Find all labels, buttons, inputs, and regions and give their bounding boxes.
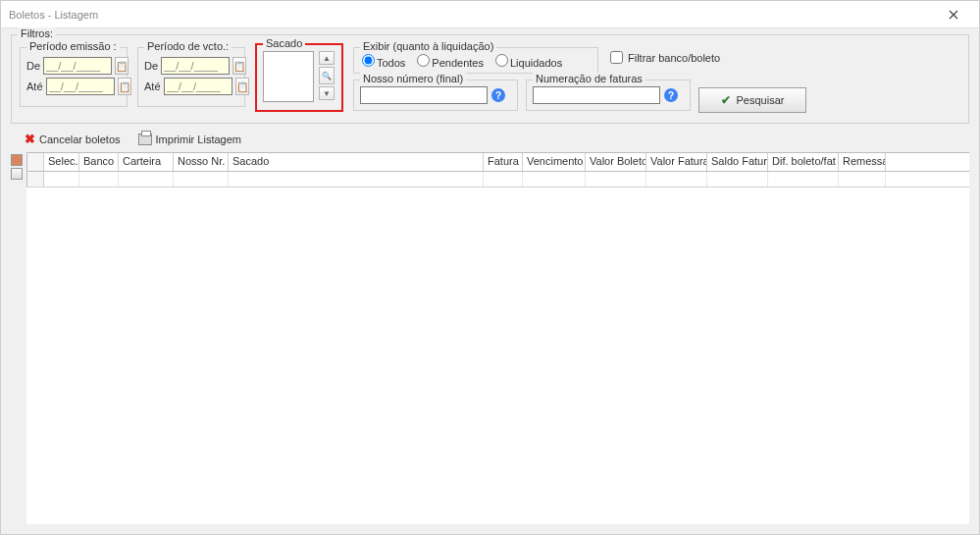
numeracao-faturas-legend: Numeração de faturas: [533, 73, 645, 84]
help-icon[interactable]: ?: [491, 88, 505, 102]
column-header[interactable]: Valor Boleto: [586, 153, 646, 171]
vcto-ate-input[interactable]: [164, 78, 232, 95]
table-cell: [484, 172, 523, 187]
ate-label: Até: [144, 80, 161, 92]
numeracao-faturas-group: Numeração de faturas ?: [526, 80, 691, 111]
emissao-ate-input[interactable]: [46, 78, 115, 95]
data-grid[interactable]: Selec.BancoCarteiraNosso Nr.SacadoFatura…: [26, 152, 969, 524]
vcto-de-picker[interactable]: 📋: [232, 57, 246, 75]
grid-area: Selec.BancoCarteiraNosso Nr.SacadoFatura…: [11, 152, 969, 524]
table-cell: [707, 172, 768, 187]
exibir-group: Exibir (quanto à liquidação) Todos Pende…: [353, 47, 598, 74]
close-icon: [949, 10, 958, 20]
table-cell: [174, 172, 229, 187]
radio-liquidados[interactable]: Liquidados: [495, 54, 562, 69]
de-label: De: [26, 60, 40, 72]
calendar-icon: 📋: [236, 81, 248, 92]
titlebar: Boletos - Listagem: [1, 1, 979, 28]
ate-label: Até: [26, 80, 43, 92]
window: Boletos - Listagem Sair [ESC] Filtros: P…: [0, 0, 980, 535]
nosso-numero-group: Nosso número (final) ?: [353, 80, 518, 111]
sacado-scroll-down[interactable]: ▼: [319, 86, 335, 100]
de-label: De: [144, 60, 158, 72]
vcto-ate-picker[interactable]: 📋: [235, 78, 249, 95]
emissao-de-picker[interactable]: 📋: [115, 57, 129, 75]
imprimir-listagem-link[interactable]: Imprimir Listagem: [138, 134, 241, 145]
help-icon[interactable]: ?: [664, 88, 678, 102]
column-header[interactable]: Selec.: [44, 153, 79, 171]
column-header[interactable]: Fatura: [484, 153, 523, 171]
select-all-handle[interactable]: [11, 154, 23, 166]
radio-pendentes[interactable]: Pendentes: [417, 54, 484, 69]
column-header[interactable]: Sacado: [229, 153, 484, 171]
table-row: [26, 172, 969, 187]
sacado-group: Sacado ▲ 🔍 ▼: [255, 43, 343, 112]
calendar-icon: 📋: [233, 61, 245, 72]
filtrar-banco-checkbox[interactable]: Filtrar banco/boleto: [610, 51, 720, 64]
table-cell: [586, 172, 646, 187]
grid-header: Selec.BancoCarteiraNosso Nr.SacadoFatura…: [26, 152, 969, 172]
chevron-up-icon: ▲: [323, 54, 331, 63]
column-header[interactable]: Remessa: [839, 153, 886, 171]
x-icon: ✖: [25, 132, 35, 146]
sacado-listbox[interactable]: [263, 51, 314, 102]
column-header[interactable]: Carteira: [119, 153, 174, 171]
table-cell: [119, 172, 174, 187]
periodo-vcto-legend: Período de vcto.:: [144, 40, 232, 52]
table-cell: [523, 172, 586, 187]
sacado-scroll-up[interactable]: ▲: [319, 51, 335, 65]
calendar-icon: 📋: [119, 81, 130, 92]
column-header[interactable]: Nosso Nr.: [174, 153, 229, 171]
pesquisar-button[interactable]: ✔ Pesquisar: [698, 87, 806, 113]
vcto-de-input[interactable]: [161, 57, 230, 75]
filters-panel: Filtros: Período emissão : De 📋 Até 📋 Pe…: [11, 34, 969, 124]
search-person-icon: 🔍: [322, 72, 332, 80]
table-cell: [44, 172, 79, 187]
calendar-icon: 📋: [116, 61, 128, 72]
row-selector-column: [11, 152, 26, 524]
table-cell: [79, 172, 119, 187]
row-header-corner: [26, 153, 44, 171]
table-cell: [229, 172, 484, 187]
numeracao-faturas-input[interactable]: [533, 86, 660, 104]
exibir-legend: Exibir (quanto à liquidação): [360, 40, 496, 52]
periodo-vcto-group: Período de vcto.: De 📋 Até 📋: [137, 47, 245, 107]
sacado-legend: Sacado: [263, 37, 305, 49]
periodo-emissao-group: Período emissão : De 📋 Até 📋: [20, 47, 128, 107]
toolbar: ✖ Cancelar boletos Imprimir Listagem: [1, 124, 979, 150]
column-header[interactable]: Dif. boleto/fat: [768, 153, 839, 171]
window-title: Boletos - Listagem: [9, 9, 936, 21]
periodo-emissao-legend: Período emissão :: [26, 40, 120, 52]
table-cell: [768, 172, 839, 187]
column-header[interactable]: Valor Fatura: [646, 153, 707, 171]
cancelar-boletos-link[interactable]: ✖ Cancelar boletos: [25, 132, 121, 146]
printer-icon: [138, 134, 152, 145]
table-cell: [646, 172, 707, 187]
emissao-de-input[interactable]: [43, 57, 112, 75]
column-header[interactable]: Vencimento: [523, 153, 586, 171]
nosso-numero-input[interactable]: [360, 86, 488, 104]
chevron-down-icon: ▼: [323, 89, 331, 98]
emissao-ate-picker[interactable]: 📋: [118, 78, 131, 95]
nosso-numero-legend: Nosso número (final): [360, 73, 466, 84]
table-cell: [839, 172, 886, 187]
column-header[interactable]: Banco: [79, 153, 119, 171]
row-header-cell: [26, 172, 44, 187]
filters-legend: Filtros:: [18, 27, 56, 39]
check-icon: ✔: [721, 93, 731, 107]
sacado-lookup-button[interactable]: 🔍: [319, 67, 335, 84]
column-header[interactable]: Saldo Fatura: [707, 153, 768, 171]
close-button[interactable]: [936, 3, 971, 27]
deselect-all-handle[interactable]: [11, 168, 23, 180]
radio-todos[interactable]: Todos: [362, 54, 405, 69]
